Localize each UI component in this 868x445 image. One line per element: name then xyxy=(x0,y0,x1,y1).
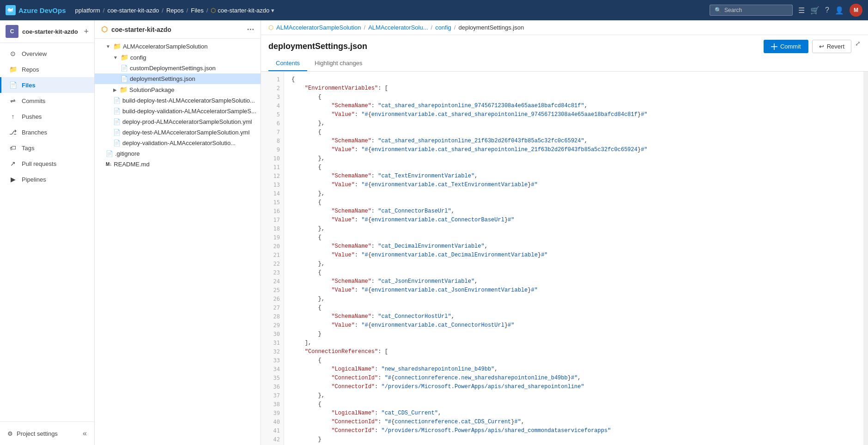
chevron-right-icon: ▶ xyxy=(113,87,117,92)
files-icon: 📄 xyxy=(9,81,17,89)
tags-icon: 🏷 xyxy=(9,144,17,152)
file-icon: 📄 xyxy=(113,97,121,104)
editor-panel: ⬡ ALMAcceleratorSampleSolution / ALMAcce… xyxy=(261,20,868,445)
repos-icon: 📁 xyxy=(9,65,17,73)
org-name: coe-starter-kit-azdo xyxy=(22,28,78,35)
person-icon[interactable]: 👤 xyxy=(835,6,844,15)
search-bar[interactable]: 🔍 Search xyxy=(710,5,793,16)
commit-button[interactable]: Commit xyxy=(764,40,808,53)
code-area[interactable]: { "EnvironmentVariables": [ { "SchemaNam… xyxy=(284,72,863,445)
file-icon: 📄 xyxy=(113,140,121,146)
expand-button[interactable]: ⤢ xyxy=(855,40,861,53)
editor-breadcrumb-folder1[interactable]: ALMAcceleratorSolu... xyxy=(368,24,428,31)
file-icon: 📄 xyxy=(121,65,128,72)
tree-file-build-deploy-validation[interactable]: 📄 build-deploy-validation-ALMAccelerator… xyxy=(95,106,261,116)
tree-file-deployment-settings[interactable]: 📄 deploymentSettings.json xyxy=(95,73,261,84)
file-icon: 📄 xyxy=(113,108,121,115)
editor-breadcrumb-repo[interactable]: ALMAcceleratorSampleSolution xyxy=(276,24,361,31)
sidebar-item-commits[interactable]: ⇌ Commits xyxy=(0,93,94,109)
org-avatar: C xyxy=(6,25,18,38)
editor-title-bar: deploymentSettings.json Commit ↩ Revert … xyxy=(261,35,868,56)
commits-icon: ⇌ xyxy=(9,97,17,105)
overview-icon: ⊙ xyxy=(9,49,17,58)
tree-file-gitignore[interactable]: 📄 .gitignore xyxy=(95,148,261,159)
revert-icon: ↩ xyxy=(819,43,824,50)
sidebar-item-branches[interactable]: ⎇ Branches xyxy=(0,124,94,140)
pull-requests-icon: ↗ xyxy=(9,159,17,168)
folder-icon: 📁 xyxy=(113,43,121,50)
help-icon[interactable]: ? xyxy=(825,6,829,14)
cart-icon[interactable]: 🛒 xyxy=(810,6,819,15)
editor-filename: deploymentSettings.json xyxy=(268,42,764,51)
file-icon: 📄 xyxy=(106,150,113,157)
breadcrumb-current[interactable]: ⬡ coe-starter-kit-azdo ▾ xyxy=(211,7,274,14)
sidebar-item-pull-requests[interactable]: ↗ Pull requests xyxy=(0,156,94,171)
editor-breadcrumb: ⬡ ALMAcceleratorSampleSolution / ALMAcce… xyxy=(261,20,868,35)
tab-highlight-changes[interactable]: Highlight changes xyxy=(307,56,370,71)
repo-name: coe-starter-kit-azdo xyxy=(111,26,171,33)
file-tree-panel: ⬡ coe-starter-kit-azdo ⋯ ▼ 📁 ALMAccelera… xyxy=(95,20,261,445)
settings-icon: ⚙ xyxy=(7,430,13,437)
search-icon: 🔍 xyxy=(715,7,722,13)
editor-breadcrumb-file: deploymentSettings.json xyxy=(458,24,524,31)
file-icon: M↓ xyxy=(106,162,112,167)
file-icon: 📄 xyxy=(113,118,121,125)
breadcrumb-pplatform[interactable]: pplatform xyxy=(75,7,100,14)
tree-folder-solution-package[interactable]: ▶ 📁 SolutionPackage xyxy=(95,84,261,95)
repo-icon: ⬡ xyxy=(101,25,108,34)
top-nav-actions: ☰ 🛒 ? 👤 M xyxy=(798,4,862,17)
tree-file-build-deploy-test[interactable]: 📄 build-deploy-test-ALMAcceleratorSample… xyxy=(95,95,261,106)
chevron-down-icon: ▼ xyxy=(113,55,118,60)
project-settings-item[interactable]: ⚙ Project settings « xyxy=(7,427,87,440)
tree-file-deploy-test[interactable]: 📄 deploy-test-ALMAcceleratorSampleSoluti… xyxy=(95,127,261,138)
main-layout: C coe-starter-kit-azdo + ⊙ Overview 📁 Re… xyxy=(0,20,868,445)
sidebar-item-files[interactable]: 📄 Files xyxy=(0,77,94,93)
file-icon: 📄 xyxy=(121,75,128,82)
folder-icon: 📁 xyxy=(120,86,127,93)
commit-icon xyxy=(771,43,777,50)
pipelines-icon: ▶ xyxy=(9,175,17,183)
breadcrumb-files[interactable]: Files xyxy=(191,7,203,14)
editor-breadcrumb-folder2[interactable]: config xyxy=(435,24,451,31)
logo-text: Azure DevOps xyxy=(18,6,66,14)
tab-contents[interactable]: Contents xyxy=(268,56,307,71)
pushes-icon: ↑ xyxy=(9,112,17,121)
sidebar-org: C coe-starter-kit-azdo + xyxy=(0,20,94,43)
revert-button[interactable]: ↩ Revert xyxy=(812,40,851,53)
chevron-down-icon: ▼ xyxy=(106,44,110,49)
sidebar-item-tags[interactable]: 🏷 Tags xyxy=(0,140,94,156)
sidebar-item-pipelines[interactable]: ▶ Pipelines xyxy=(0,171,94,187)
sidebar-nav: ⊙ Overview 📁 Repos 📄 Files ⇌ Commits ↑ xyxy=(0,43,94,421)
list-icon[interactable]: ☰ xyxy=(798,6,805,15)
breadcrumb-repo[interactable]: coe-starter-kit-azdo xyxy=(107,7,159,14)
tree-more-button[interactable]: ⋯ xyxy=(247,25,254,34)
tree-file-readme[interactable]: M↓ README.md xyxy=(95,159,261,170)
add-project-button[interactable]: + xyxy=(84,27,89,37)
tree-folder-config[interactable]: ▼ 📁 config xyxy=(95,52,261,63)
editor-actions: Commit ↩ Revert ⤢ xyxy=(764,40,861,53)
sidebar-footer: ⚙ Project settings « xyxy=(0,421,94,445)
breadcrumb: pplatform / coe-starter-kit-azdo / Repos… xyxy=(75,7,275,14)
breadcrumb-repos[interactable]: Repos xyxy=(166,7,184,14)
tree-file-deploy-validation[interactable]: 📄 deploy-validation-ALMAcceleratorSoluti… xyxy=(95,138,261,148)
branches-icon: ⎇ xyxy=(9,128,17,136)
sidebar-item-pushes[interactable]: ↑ Pushes xyxy=(0,109,94,124)
editor-content: 1234567891011121314151617181920212223242… xyxy=(261,72,868,445)
sidebar-item-overview[interactable]: ⊙ Overview xyxy=(0,46,94,61)
editor-tabs: Contents Highlight changes xyxy=(261,56,868,72)
sidebar: C coe-starter-kit-azdo + ⊙ Overview 📁 Re… xyxy=(0,20,95,445)
logo-icon xyxy=(6,5,16,15)
file-tree-header: ⬡ coe-starter-kit-azdo ⋯ xyxy=(95,20,261,39)
tree-folder-alm[interactable]: ▼ 📁 ALMAcceleratorSampleSolution xyxy=(95,41,261,52)
collapse-icon[interactable]: « xyxy=(83,429,87,438)
avatar[interactable]: M xyxy=(850,4,862,17)
azure-devops-logo[interactable]: Azure DevOps xyxy=(6,5,66,15)
top-nav: Azure DevOps pplatform / coe-starter-kit… xyxy=(0,0,868,20)
scrollbar-track[interactable] xyxy=(863,72,868,445)
sidebar-item-repos[interactable]: 📁 Repos xyxy=(0,61,94,77)
app-container: Azure DevOps pplatform / coe-starter-kit… xyxy=(0,0,868,445)
tree-file-custom-deployment[interactable]: 📄 customDeploymentSettings.json xyxy=(95,63,261,73)
line-numbers: 1234567891011121314151617181920212223242… xyxy=(261,72,284,445)
tree-file-deploy-prod[interactable]: 📄 deploy-prod-ALMAcceleratorSampleSoluti… xyxy=(95,116,261,127)
file-tree-body: ▼ 📁 ALMAcceleratorSampleSolution ▼ 📁 con… xyxy=(95,39,261,445)
